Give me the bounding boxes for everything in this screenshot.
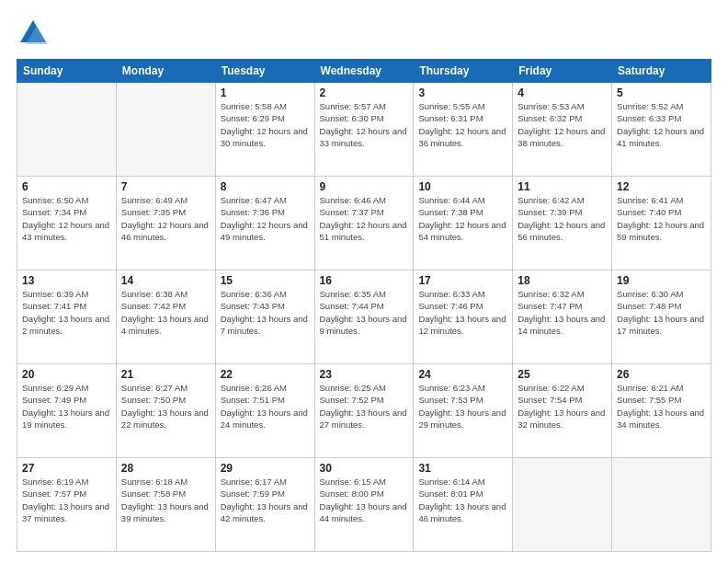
header-cell-tuesday: Tuesday (215, 60, 314, 83)
day-info: Sunrise: 6:50 AM Sunset: 7:34 PM Dayligh… (22, 194, 111, 243)
day-number: 24 (418, 368, 507, 381)
day-info: Sunrise: 6:25 AM Sunset: 7:52 PM Dayligh… (320, 382, 409, 431)
day-info: Sunrise: 6:33 AM Sunset: 7:46 PM Dayligh… (418, 288, 507, 337)
header-cell-monday: Monday (116, 60, 215, 83)
day-number: 2 (320, 86, 409, 99)
day-info: Sunrise: 6:36 AM Sunset: 7:43 PM Dayligh… (221, 288, 310, 337)
day-info: Sunrise: 6:49 AM Sunset: 7:35 PM Dayligh… (121, 194, 210, 243)
day-info: Sunrise: 5:53 AM Sunset: 6:32 PM Dayligh… (518, 100, 607, 149)
day-info: Sunrise: 6:41 AM Sunset: 7:40 PM Dayligh… (617, 194, 706, 243)
day-number: 14 (121, 274, 210, 287)
day-number: 23 (320, 368, 409, 381)
calendar-table: SundayMondayTuesdayWednesdayThursdayFrid… (17, 59, 711, 552)
day-number: 5 (617, 86, 706, 99)
header-cell-friday: Friday (513, 60, 612, 83)
day-number: 12 (617, 180, 706, 193)
calendar-cell: 29Sunrise: 6:17 AM Sunset: 7:59 PM Dayli… (215, 458, 314, 552)
day-info: Sunrise: 6:15 AM Sunset: 8:00 PM Dayligh… (320, 476, 409, 524)
calendar-cell: 23Sunrise: 6:25 AM Sunset: 7:52 PM Dayli… (314, 364, 414, 458)
day-number: 11 (518, 180, 607, 193)
day-info: Sunrise: 6:35 AM Sunset: 7:44 PM Dayligh… (320, 288, 409, 337)
calendar-cell: 18Sunrise: 6:32 AM Sunset: 7:47 PM Dayli… (513, 270, 612, 364)
calendar-cell: 15Sunrise: 6:36 AM Sunset: 7:43 PM Dayli… (215, 270, 314, 364)
day-number: 13 (22, 274, 111, 287)
calendar-week-4: 20Sunrise: 6:29 AM Sunset: 7:49 PM Dayli… (17, 364, 711, 458)
day-number: 6 (22, 180, 111, 193)
day-info: Sunrise: 6:26 AM Sunset: 7:51 PM Dayligh… (221, 382, 310, 431)
day-info: Sunrise: 6:32 AM Sunset: 7:47 PM Dayligh… (518, 288, 607, 337)
day-info: Sunrise: 5:52 AM Sunset: 6:33 PM Dayligh… (617, 100, 706, 149)
day-number: 20 (22, 368, 111, 381)
calendar-week-2: 6Sunrise: 6:50 AM Sunset: 7:34 PM Daylig… (17, 177, 711, 270)
header-cell-saturday: Saturday (612, 60, 711, 83)
day-number: 31 (418, 462, 507, 475)
day-info: Sunrise: 6:44 AM Sunset: 7:38 PM Dayligh… (418, 194, 507, 243)
calendar-cell: 10Sunrise: 6:44 AM Sunset: 7:38 PM Dayli… (414, 177, 513, 270)
day-number: 3 (418, 86, 507, 99)
calendar-cell: 20Sunrise: 6:29 AM Sunset: 7:49 PM Dayli… (17, 364, 117, 458)
calendar-cell: 13Sunrise: 6:39 AM Sunset: 7:41 PM Dayli… (17, 270, 117, 364)
day-info: Sunrise: 6:42 AM Sunset: 7:39 PM Dayligh… (518, 194, 607, 243)
calendar-cell: 17Sunrise: 6:33 AM Sunset: 7:46 PM Dayli… (414, 270, 513, 364)
calendar-cell: 26Sunrise: 6:21 AM Sunset: 7:55 PM Dayli… (612, 364, 711, 458)
calendar-cell: 19Sunrise: 6:30 AM Sunset: 7:48 PM Dayli… (612, 270, 711, 364)
calendar-cell (17, 83, 117, 177)
page: SundayMondayTuesdayWednesdayThursdayFrid… (0, 0, 728, 563)
day-number: 19 (617, 274, 706, 287)
logo-icon (17, 17, 50, 50)
day-info: Sunrise: 6:30 AM Sunset: 7:48 PM Dayligh… (617, 288, 706, 337)
day-info: Sunrise: 6:22 AM Sunset: 7:54 PM Dayligh… (518, 382, 607, 431)
day-info: Sunrise: 6:29 AM Sunset: 7:49 PM Dayligh… (22, 382, 111, 431)
calendar-cell: 9Sunrise: 6:46 AM Sunset: 7:37 PM Daylig… (314, 177, 414, 270)
header-cell-thursday: Thursday (414, 60, 513, 83)
day-info: Sunrise: 6:19 AM Sunset: 7:57 PM Dayligh… (22, 476, 111, 524)
calendar-cell: 1Sunrise: 5:58 AM Sunset: 6:29 PM Daylig… (215, 83, 314, 177)
day-number: 29 (221, 462, 310, 475)
day-number: 15 (221, 274, 310, 287)
day-number: 4 (518, 86, 607, 99)
day-info: Sunrise: 6:47 AM Sunset: 7:36 PM Dayligh… (221, 194, 310, 243)
calendar-cell: 25Sunrise: 6:22 AM Sunset: 7:54 PM Dayli… (513, 364, 612, 458)
calendar-cell: 7Sunrise: 6:49 AM Sunset: 7:35 PM Daylig… (116, 177, 215, 270)
calendar-cell: 12Sunrise: 6:41 AM Sunset: 7:40 PM Dayli… (612, 177, 711, 270)
calendar-cell: 30Sunrise: 6:15 AM Sunset: 8:00 PM Dayli… (314, 458, 414, 552)
calendar-cell: 5Sunrise: 5:52 AM Sunset: 6:33 PM Daylig… (612, 83, 711, 177)
day-info: Sunrise: 5:58 AM Sunset: 6:29 PM Dayligh… (221, 100, 310, 149)
day-info: Sunrise: 5:55 AM Sunset: 6:31 PM Dayligh… (418, 100, 507, 149)
header-cell-sunday: Sunday (17, 60, 117, 83)
calendar-cell (116, 83, 215, 177)
day-info: Sunrise: 6:38 AM Sunset: 7:42 PM Dayligh… (121, 288, 210, 337)
day-number: 10 (418, 180, 507, 193)
day-number: 8 (221, 180, 310, 193)
calendar-cell: 2Sunrise: 5:57 AM Sunset: 6:30 PM Daylig… (314, 83, 414, 177)
day-number: 21 (121, 368, 210, 381)
calendar-cell: 22Sunrise: 6:26 AM Sunset: 7:51 PM Dayli… (215, 364, 314, 458)
day-number: 30 (320, 462, 409, 475)
day-info: Sunrise: 6:23 AM Sunset: 7:53 PM Dayligh… (418, 382, 507, 431)
day-info: Sunrise: 6:21 AM Sunset: 7:55 PM Dayligh… (617, 382, 706, 431)
day-info: Sunrise: 6:39 AM Sunset: 7:41 PM Dayligh… (22, 288, 111, 337)
calendar-cell: 27Sunrise: 6:19 AM Sunset: 7:57 PM Dayli… (17, 458, 117, 552)
day-info: Sunrise: 6:18 AM Sunset: 7:58 PM Dayligh… (121, 476, 210, 524)
calendar-header-row: SundayMondayTuesdayWednesdayThursdayFrid… (17, 60, 711, 83)
calendar-cell: 31Sunrise: 6:14 AM Sunset: 8:01 PM Dayli… (414, 458, 513, 552)
day-number: 9 (320, 180, 409, 193)
calendar-cell: 24Sunrise: 6:23 AM Sunset: 7:53 PM Dayli… (414, 364, 513, 458)
calendar-cell: 3Sunrise: 5:55 AM Sunset: 6:31 PM Daylig… (414, 83, 513, 177)
day-info: Sunrise: 6:14 AM Sunset: 8:01 PM Dayligh… (418, 476, 507, 524)
calendar-cell: 16Sunrise: 6:35 AM Sunset: 7:44 PM Dayli… (314, 270, 414, 364)
calendar-cell: 14Sunrise: 6:38 AM Sunset: 7:42 PM Dayli… (116, 270, 215, 364)
calendar-cell (513, 458, 612, 552)
day-number: 28 (121, 462, 210, 475)
header (17, 17, 711, 50)
header-cell-wednesday: Wednesday (314, 60, 414, 83)
day-info: Sunrise: 6:17 AM Sunset: 7:59 PM Dayligh… (221, 476, 310, 524)
calendar-cell: 11Sunrise: 6:42 AM Sunset: 7:39 PM Dayli… (513, 177, 612, 270)
calendar-week-3: 13Sunrise: 6:39 AM Sunset: 7:41 PM Dayli… (17, 270, 711, 364)
day-number: 7 (121, 180, 210, 193)
calendar-cell: 4Sunrise: 5:53 AM Sunset: 6:32 PM Daylig… (513, 83, 612, 177)
calendar-cell: 21Sunrise: 6:27 AM Sunset: 7:50 PM Dayli… (116, 364, 215, 458)
day-number: 18 (518, 274, 607, 287)
day-info: Sunrise: 5:57 AM Sunset: 6:30 PM Dayligh… (320, 100, 409, 149)
calendar-week-1: 1Sunrise: 5:58 AM Sunset: 6:29 PM Daylig… (17, 83, 711, 177)
